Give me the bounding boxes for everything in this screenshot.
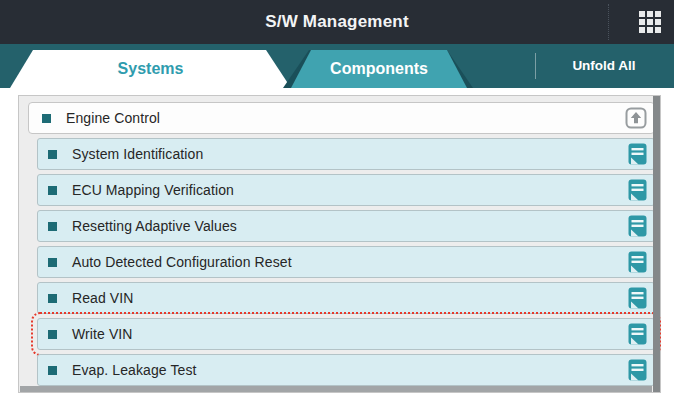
header-bar: S/W Management bbox=[0, 0, 674, 44]
list-item-label: Write VIN bbox=[72, 326, 133, 342]
document-icon[interactable] bbox=[628, 215, 647, 237]
function-list-container: Engine Control System Identification ECU… bbox=[18, 95, 661, 393]
unfold-all-button[interactable]: Unfold All bbox=[540, 44, 668, 88]
tab-systems[interactable]: Systems bbox=[10, 50, 291, 88]
document-icon[interactable] bbox=[628, 323, 647, 345]
tab-bar: Systems Components Unfold All bbox=[0, 44, 674, 88]
list-item-label: Evap. Leakage Test bbox=[72, 362, 197, 378]
square-bullet-icon bbox=[48, 222, 57, 231]
header-divider bbox=[608, 4, 609, 40]
list-item-label: Resetting Adaptive Values bbox=[72, 218, 237, 234]
list-item-label: Auto Detected Configuration Reset bbox=[72, 254, 292, 270]
document-icon[interactable] bbox=[628, 251, 647, 273]
app-grid-icon[interactable] bbox=[639, 11, 661, 33]
page-title: S/W Management bbox=[0, 0, 674, 44]
list-item-evap-leakage-test[interactable]: Evap. Leakage Test bbox=[37, 354, 655, 386]
list-item-write-vin[interactable]: Write VIN bbox=[37, 318, 655, 350]
square-bullet-icon bbox=[48, 186, 57, 195]
square-bullet-icon bbox=[48, 258, 57, 267]
sw-management-screen: S/W Management Systems Components Unfold… bbox=[0, 0, 674, 400]
document-icon[interactable] bbox=[628, 143, 647, 165]
document-icon[interactable] bbox=[628, 179, 647, 201]
function-list: Engine Control System Identification ECU… bbox=[28, 102, 655, 390]
list-item-label: ECU Mapping Verification bbox=[72, 182, 234, 198]
vertical-scrollbar[interactable] bbox=[653, 96, 660, 392]
square-bullet-icon bbox=[48, 150, 57, 159]
list-item-label: Engine Control bbox=[66, 110, 160, 126]
list-item-ecu-mapping-verification[interactable]: ECU Mapping Verification bbox=[37, 174, 655, 206]
square-bullet-icon bbox=[48, 294, 57, 303]
document-icon[interactable] bbox=[628, 359, 647, 381]
list-item-resetting-adaptive-values[interactable]: Resetting Adaptive Values bbox=[37, 210, 655, 242]
square-bullet-icon bbox=[48, 366, 57, 375]
unfold-divider bbox=[535, 53, 536, 79]
fold-up-icon[interactable] bbox=[625, 107, 647, 129]
list-item-label: Read VIN bbox=[72, 290, 134, 306]
square-bullet-icon bbox=[48, 330, 57, 339]
list-item-system-identification[interactable]: System Identification bbox=[37, 138, 655, 170]
list-item-auto-detected-configuration-reset[interactable]: Auto Detected Configuration Reset bbox=[37, 246, 655, 278]
list-item-read-vin[interactable]: Read VIN bbox=[37, 282, 655, 314]
document-icon[interactable] bbox=[628, 287, 647, 309]
horizontal-scrollbar[interactable] bbox=[20, 386, 652, 392]
square-bullet-icon bbox=[42, 114, 51, 123]
list-item-engine-control[interactable]: Engine Control bbox=[28, 102, 655, 134]
list-item-label: System Identification bbox=[72, 146, 203, 162]
tab-components[interactable]: Components bbox=[291, 50, 467, 88]
